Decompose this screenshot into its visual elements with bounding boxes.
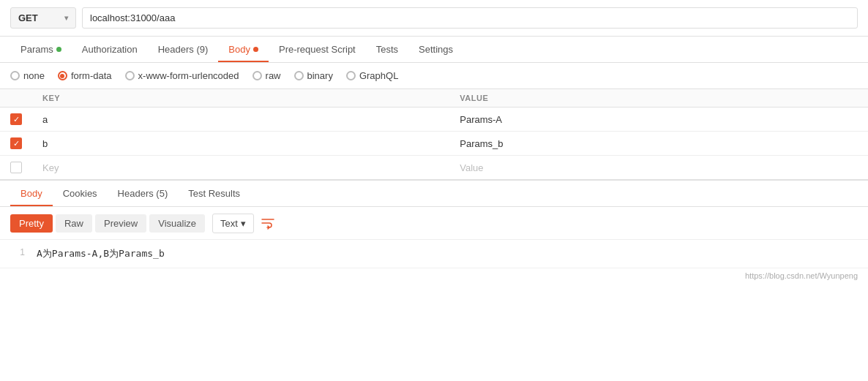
bottom-tab-headers5[interactable]: Headers (5) [108, 181, 179, 206]
tab-settings-label: Settings [419, 44, 453, 55]
row2-checkbox[interactable]: ✓ [10, 137, 22, 149]
bottom-tab-body[interactable]: Body [10, 181, 53, 206]
preview-button[interactable]: Preview [95, 214, 146, 233]
bottom-section: Body Cookies Headers (5) Test Results Pr… [0, 179, 868, 268]
tab-tests[interactable]: Tests [366, 37, 408, 62]
line-number-1: 1 [10, 247, 25, 260]
table-row: ✓ b Params_b [0, 132, 868, 156]
row2-value[interactable]: Params_b [449, 132, 868, 156]
table-placeholder-row: Key Value [0, 156, 868, 180]
tab-prerequest[interactable]: Pre-request Script [269, 37, 366, 62]
radio-binary-circle [294, 71, 304, 80]
bottom-tab-bar: Body Cookies Headers (5) Test Results [0, 181, 868, 207]
tab-prerequest-label: Pre-request Script [279, 44, 356, 55]
tab-tests-label: Tests [376, 44, 398, 55]
text-dropdown-chevron: ▾ [241, 218, 246, 229]
radio-graphql-label: GraphQL [359, 70, 398, 81]
radio-binary[interactable]: binary [294, 70, 333, 81]
row2-checkmark: ✓ [13, 140, 20, 148]
footer-url: https://blog.csdn.net/Wyunpeng [745, 271, 858, 280]
radio-form-data-label: form-data [71, 70, 112, 81]
radio-none-label: none [23, 70, 45, 81]
placeholder-checkbox[interactable] [10, 162, 22, 173]
method-select[interactable]: GET ▾ [10, 7, 76, 29]
tab-body[interactable]: Body [218, 37, 269, 62]
radio-raw-circle [252, 71, 262, 80]
body-dot [253, 47, 258, 52]
key-col-header: KEY [32, 89, 449, 107]
row1-key[interactable]: a [32, 107, 449, 132]
radio-none-circle [10, 71, 20, 80]
visualize-button[interactable]: Visualize [149, 214, 205, 233]
row1-checkbox-cell: ✓ [0, 107, 32, 132]
value-col-header: VALUE [449, 89, 868, 107]
bottom-tab-body-label: Body [20, 188, 42, 199]
row2-checkbox-cell: ✓ [0, 132, 32, 156]
bottom-tab-headers5-label: Headers (5) [118, 188, 168, 199]
radio-urlencoded-label: x-www-form-urlencoded [138, 70, 239, 81]
response-text: A为Params-A,B为Params_b [37, 247, 165, 260]
footer: https://blog.csdn.net/Wyunpeng [0, 268, 868, 283]
method-chevron: ▾ [64, 14, 68, 22]
radio-graphql-circle [346, 71, 356, 80]
radio-raw-label: raw [266, 70, 281, 81]
bottom-tab-cookies-label: Cookies [63, 188, 97, 199]
row1-checkbox[interactable]: ✓ [10, 113, 22, 125]
text-dropdown[interactable]: Text ▾ [212, 214, 254, 233]
method-label: GET [18, 12, 38, 23]
tab-params[interactable]: Params [10, 37, 72, 62]
table-row: ✓ a Params-A [0, 107, 868, 132]
radio-graphql[interactable]: GraphQL [346, 70, 398, 81]
tab-settings[interactable]: Settings [408, 37, 463, 62]
radio-raw[interactable]: raw [252, 70, 281, 81]
radio-binary-label: binary [307, 70, 333, 81]
bottom-tab-cookies[interactable]: Cookies [53, 181, 108, 206]
radio-form-data-circle [58, 71, 67, 80]
tab-params-label: Params [20, 44, 53, 55]
tab-body-label: Body [228, 44, 250, 55]
text-dropdown-label: Text [220, 218, 238, 229]
params-dot [56, 47, 61, 52]
params-table: KEY VALUE ✓ a Params-A ✓ b Params_b [0, 89, 868, 179]
url-input[interactable] [82, 7, 858, 29]
pretty-button[interactable]: Pretty [10, 214, 53, 233]
body-type-bar: none form-data x-www-form-urlencoded raw… [0, 63, 868, 89]
bottom-tab-testresults[interactable]: Test Results [178, 181, 250, 206]
radio-urlencoded-circle [125, 71, 135, 80]
tab-headers-label: Headers (9) [158, 44, 209, 55]
response-toolbar: Pretty Raw Preview Visualize Text ▾ [0, 207, 868, 240]
row2-key[interactable]: b [32, 132, 449, 156]
url-bar: GET ▾ [0, 0, 868, 37]
row1-value[interactable]: Params-A [449, 107, 868, 132]
radio-form-data[interactable]: form-data [58, 70, 112, 81]
row1-checkmark: ✓ [13, 116, 20, 124]
tab-authorization[interactable]: Authorization [72, 37, 148, 62]
response-content: 1 A为Params-A,B为Params_b [0, 240, 868, 268]
top-tab-bar: Params Authorization Headers (9) Body Pr… [0, 37, 868, 63]
placeholder-key: Key [32, 156, 449, 180]
placeholder-checkbox-cell [0, 156, 32, 180]
bottom-tab-testresults-label: Test Results [188, 188, 240, 199]
wrap-icon[interactable] [257, 213, 279, 233]
tab-headers[interactable]: Headers (9) [148, 37, 219, 62]
check-col-header [0, 89, 32, 107]
raw-button[interactable]: Raw [56, 214, 92, 233]
radio-none[interactable]: none [10, 70, 45, 81]
radio-urlencoded[interactable]: x-www-form-urlencoded [125, 70, 239, 81]
placeholder-value-text: Value [460, 162, 483, 173]
tab-authorization-label: Authorization [82, 44, 138, 55]
placeholder-key-text: Key [42, 162, 59, 173]
placeholder-value: Value [449, 156, 868, 180]
